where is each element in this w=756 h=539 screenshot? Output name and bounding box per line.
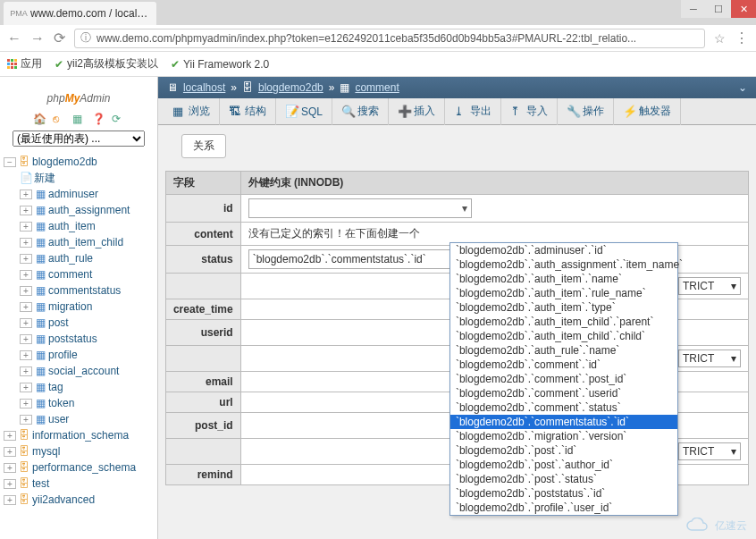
tab-import[interactable]: ⤒导入	[501, 98, 558, 125]
tree-table-row[interactable]: +▦social_account	[4, 363, 157, 379]
sql-icon[interactable]: ▦	[72, 113, 85, 125]
tab-operations[interactable]: 🔧操作	[558, 98, 614, 125]
expand-icon[interactable]: +	[20, 366, 32, 376]
expand-icon[interactable]: +	[20, 302, 32, 312]
expand-icon[interactable]: +	[4, 463, 16, 473]
logout-icon[interactable]: ⎋	[53, 113, 65, 125]
expand-icon[interactable]: +	[20, 383, 32, 392]
dropdown-option[interactable]: `blogdemo2db`.`auth_item`.`rule_name`	[450, 286, 677, 300]
expand-icon[interactable]: +	[4, 479, 16, 489]
fk-select-status[interactable]: `blogdemo2db`.`commentstatus`.`id`▾	[248, 249, 472, 269]
bookmark-item-2[interactable]: ✔ Yii Framework 2.0	[171, 58, 269, 71]
dropdown-option[interactable]: `blogdemo2db`.`poststatus`.`id`	[450, 486, 677, 501]
dropdown-option[interactable]: `blogdemo2db`.`post`.`id`	[450, 443, 677, 458]
expand-icon[interactable]: +	[20, 399, 32, 408]
tab-browse[interactable]: ▦浏览	[164, 98, 220, 125]
tab-export[interactable]: ⤓导出	[445, 98, 501, 125]
expand-icon[interactable]: +	[20, 254, 32, 264]
reload-icon[interactable]: ⟳	[112, 113, 124, 125]
browser-tab[interactable]: PMA www.demo.com / local…	[4, 2, 156, 25]
fk-dropdown-list[interactable]: `blogdemo2db`.`adminuser`.`id``blogdemo2…	[449, 242, 678, 516]
dropdown-option[interactable]: `blogdemo2db`.`profile`.`user_id`	[450, 501, 677, 515]
expand-icon[interactable]: +	[4, 431, 16, 441]
tree-db-row[interactable]: +🗄yii2advanced	[4, 492, 157, 508]
expand-icon[interactable]: +	[4, 495, 16, 505]
tree-table-row[interactable]: +▦auth_assignment	[4, 202, 157, 218]
expand-icon[interactable]: +	[20, 238, 32, 248]
dropdown-option[interactable]: `blogdemo2db`.`comment`.`status`	[450, 400, 677, 415]
tree-table-row[interactable]: +▦user	[4, 411, 157, 427]
collapse-breadcrumb-icon[interactable]: ⌄	[738, 81, 747, 94]
expand-icon[interactable]: +	[20, 206, 32, 215]
tab-triggers[interactable]: ⚡触发器	[614, 98, 681, 125]
window-minimize-button[interactable]: ─	[681, 0, 706, 18]
expand-icon[interactable]: +	[20, 189, 32, 199]
nav-forward-icon[interactable]: →	[30, 30, 45, 46]
ondelete-select-postid[interactable]: TRICT▾	[678, 442, 741, 460]
tree-table-row[interactable]: +▦tag	[4, 379, 157, 395]
breadcrumb-server[interactable]: localhost	[183, 81, 225, 94]
tree-db-row[interactable]: +🗄information_schema	[4, 427, 157, 443]
tab-structure[interactable]: 🏗结构	[220, 98, 276, 125]
expand-icon[interactable]: +	[20, 270, 32, 280]
expand-icon[interactable]: +	[20, 286, 32, 296]
dropdown-option[interactable]: `blogdemo2db`.`comment`.`id`	[450, 358, 677, 372]
tree-db-row[interactable]: +🗄performance_schema	[4, 459, 157, 476]
dropdown-option[interactable]: `blogdemo2db`.`commentstatus`.`id`	[450, 415, 677, 429]
tree-table-row[interactable]: +▦auth_item	[4, 218, 157, 234]
breadcrumb-table[interactable]: comment	[355, 81, 399, 94]
tree-table-row[interactable]: +▦profile	[4, 347, 157, 363]
window-close-button[interactable]: ✕	[731, 0, 756, 18]
tree-new-row[interactable]: 📄 新建	[4, 170, 157, 186]
bookmark-item-1[interactable]: ✔ yii2高级模板安装以	[55, 56, 158, 72]
tree-table-row[interactable]: +▦token	[4, 395, 157, 411]
subtab-relations[interactable]: 关系	[181, 134, 226, 158]
tab-sql[interactable]: 📝SQL	[276, 98, 332, 125]
nav-reload-icon[interactable]: ⟳	[54, 29, 65, 46]
tree-table-row[interactable]: +▦auth_item_child	[4, 234, 157, 250]
collapse-icon[interactable]: −	[4, 157, 16, 167]
tree-table-row[interactable]: +▦commentstatus	[4, 282, 157, 299]
expand-icon[interactable]: +	[20, 350, 32, 360]
expand-icon[interactable]: +	[4, 447, 16, 457]
expand-icon[interactable]: +	[20, 222, 32, 232]
tree-db-row[interactable]: − 🗄 blogdemo2db	[4, 154, 157, 170]
apps-button[interactable]: 应用	[7, 56, 42, 72]
dropdown-option[interactable]: `blogdemo2db`.`post`.`author_id`	[450, 458, 677, 472]
dropdown-option[interactable]: `blogdemo2db`.`auth_assignment`.`item_na…	[450, 257, 677, 272]
dropdown-option[interactable]: `blogdemo2db`.`post`.`status`	[450, 472, 677, 486]
dropdown-option[interactable]: `blogdemo2db`.`comment`.`userid`	[450, 386, 677, 400]
tab-search[interactable]: 🔍搜索	[332, 98, 389, 125]
dropdown-option[interactable]: `blogdemo2db`.`auth_item`.`type`	[450, 300, 677, 315]
tab-insert[interactable]: ➕插入	[389, 98, 445, 125]
breadcrumb-db[interactable]: blogdemo2db	[258, 81, 323, 94]
tree-table-row[interactable]: +▦adminuser	[4, 186, 157, 202]
recent-tables-select[interactable]: (最近使用的表) ...	[13, 131, 145, 147]
expand-icon[interactable]: +	[20, 334, 32, 344]
tree-db-row[interactable]: +🗄test	[4, 476, 157, 492]
dropdown-option[interactable]: `blogdemo2db`.`auth_item_child`.`parent`	[450, 315, 677, 329]
docs-icon[interactable]: ❓	[92, 113, 105, 125]
tree-db-row[interactable]: +🗄mysql	[4, 443, 157, 459]
dropdown-option[interactable]: `blogdemo2db`.`auth_rule`.`name`	[450, 343, 677, 358]
tree-table-row[interactable]: +▦comment	[4, 266, 157, 282]
tree-table-row[interactable]: +▦post	[4, 315, 157, 331]
ondelete-select-status[interactable]: TRICT▾	[678, 277, 741, 295]
ondelete-select-userid[interactable]: TRICT▾	[678, 350, 741, 367]
expand-icon[interactable]: +	[20, 415, 32, 425]
bookmark-star-icon[interactable]: ☆	[714, 31, 726, 46]
dropdown-option[interactable]: `blogdemo2db`.`auth_item`.`name`	[450, 272, 677, 286]
tree-table-row[interactable]: +▦poststatus	[4, 331, 157, 347]
tree-table-row[interactable]: +▦auth_rule	[4, 250, 157, 266]
dropdown-option[interactable]: `blogdemo2db`.`migration`.`version`	[450, 429, 677, 443]
url-box[interactable]: ⓘ www.demo.com/phpmyadmin/index.php?toke…	[74, 29, 705, 48]
browser-menu-icon[interactable]: ⋮	[735, 29, 749, 46]
tree-table-row[interactable]: +▦migration	[4, 299, 157, 315]
nav-back-icon[interactable]: ←	[7, 30, 21, 46]
expand-icon[interactable]: +	[20, 318, 32, 328]
dropdown-option[interactable]: `blogdemo2db`.`comment`.`post_id`	[450, 372, 677, 386]
window-maximize-button[interactable]: ☐	[706, 0, 731, 18]
home-icon[interactable]: 🏠	[33, 113, 46, 125]
dropdown-option[interactable]: `blogdemo2db`.`adminuser`.`id`	[450, 243, 677, 257]
dropdown-option[interactable]: `blogdemo2db`.`auth_item_child`.`child`	[450, 329, 677, 343]
